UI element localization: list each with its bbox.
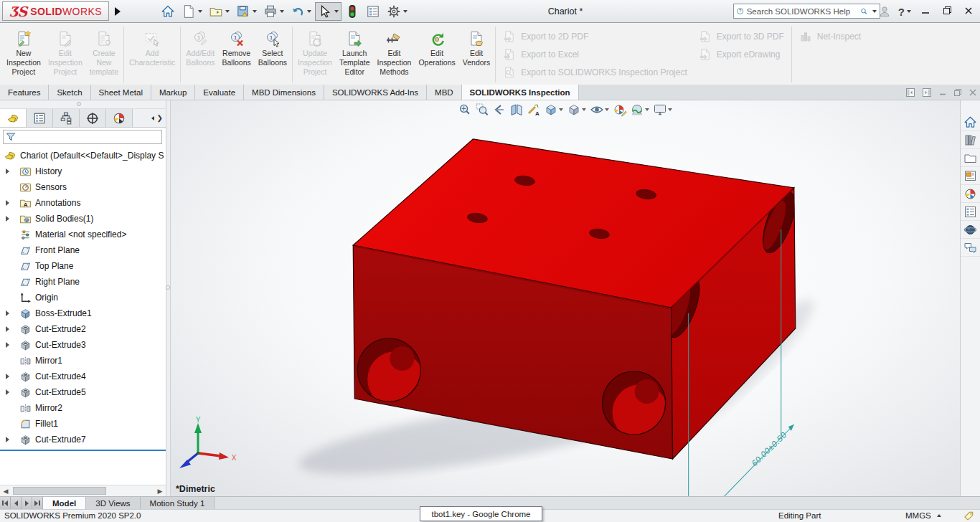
tree-item-cut-extrude7[interactable]: Cut-Extrude7 <box>0 432 166 447</box>
print-button[interactable] <box>260 2 287 21</box>
tree-item-cut-extrude2[interactable]: Cut-Extrude2 <box>0 321 166 337</box>
minimize-button[interactable] <box>918 6 933 17</box>
scroll-left-icon[interactable]: ◀ <box>0 485 11 497</box>
tab-solidworks-inspection[interactable]: SOLIDWORKS Inspection <box>462 85 579 100</box>
select-button[interactable] <box>315 2 341 21</box>
doc-minimize-icon[interactable] <box>938 88 947 97</box>
taskpane-comments-button[interactable] <box>961 239 980 257</box>
tree-item-boss-extrude1[interactable]: Boss-Extrude1 <box>0 305 166 321</box>
expand-arrow-icon[interactable] <box>6 326 9 332</box>
tree-item-annotations[interactable]: AAnnotations <box>0 195 166 211</box>
tree-item-sensors[interactable]: Sensors <box>0 179 166 195</box>
panel-tab-dimxpert-manager[interactable] <box>80 109 106 127</box>
dropdown-caret-icon[interactable] <box>334 10 339 13</box>
select-balloons-button[interactable]: 1Select Balloons <box>255 24 291 85</box>
expand-arrow-icon[interactable] <box>6 200 9 206</box>
collapse-left-pane-icon[interactable] <box>905 87 915 98</box>
dropdown-caret-icon[interactable] <box>645 108 649 111</box>
section-view-button[interactable] <box>509 103 524 117</box>
doctab-3d-views[interactable]: 3D Views <box>86 497 140 509</box>
dynamic-annotation-views-button[interactable]: A <box>527 103 541 117</box>
doc-restore-icon[interactable] <box>953 88 962 97</box>
edit-operations-button[interactable]: Edit Operations <box>415 24 458 85</box>
taskpane-forum-button[interactable] <box>961 221 980 239</box>
view-orientation-button[interactable] <box>544 103 564 117</box>
dropdown-caret-icon[interactable] <box>582 108 586 111</box>
tree-item-solid-bodies-1[interactable]: Solid Bodies(1) <box>0 211 166 227</box>
hide-show-items-button[interactable] <box>590 103 610 117</box>
dropdown-caret-icon[interactable] <box>253 10 257 13</box>
taskpane-appearances-button[interactable] <box>961 185 980 203</box>
tree-filter-input[interactable] <box>18 133 159 141</box>
doc-close-icon[interactable] <box>969 88 977 97</box>
zoom-to-fit-button[interactable] <box>458 103 472 117</box>
rebuild-button[interactable] <box>342 2 362 21</box>
settings-button[interactable] <box>384 2 410 21</box>
expand-arrow-icon[interactable] <box>6 216 9 222</box>
search-dropdown-icon[interactable] <box>872 10 877 13</box>
dropdown-caret-icon[interactable] <box>403 10 407 13</box>
doctab-model[interactable]: Model <box>43 497 86 509</box>
edit-appearance-button[interactable] <box>613 103 627 117</box>
tree-item-right-plane[interactable]: Right Plane <box>0 274 166 290</box>
tree-filter[interactable] <box>3 130 162 144</box>
tree-item-fillet1[interactable]: Fillet1 <box>0 416 166 432</box>
tree-item-front-plane[interactable]: Front Plane <box>0 242 166 258</box>
rollback-bar[interactable] <box>0 450 166 451</box>
tab-markup[interactable]: Markup <box>151 85 195 100</box>
dropdown-caret-icon[interactable] <box>605 108 609 111</box>
taskpane-design-library-button[interactable] <box>961 131 980 149</box>
new-document-button[interactable] <box>179 2 205 21</box>
next-tab-button[interactable] <box>22 497 32 509</box>
tree-item-cut-extrude5[interactable]: Cut-Extrude5 <box>0 384 166 400</box>
expand-arrow-icon[interactable] <box>6 310 9 316</box>
previous-view-button[interactable] <box>492 103 507 117</box>
dropdown-caret-icon[interactable] <box>307 10 311 13</box>
dropdown-caret-icon[interactable] <box>559 108 563 111</box>
new-inspection-project-button[interactable]: New Inspection Project <box>3 24 44 85</box>
close-button[interactable] <box>961 6 976 17</box>
panel-tab-display-manager[interactable] <box>106 109 133 127</box>
menu-flyout-icon[interactable] <box>115 7 121 16</box>
taskpane-custom-properties-button[interactable] <box>961 203 980 221</box>
tree-item-cut-extrude3[interactable]: Cut-Extrude3 <box>0 337 166 353</box>
tree-item-material-not-specified[interactable]: Material <not specified> <box>0 227 166 242</box>
first-tab-button[interactable] <box>0 497 11 509</box>
expand-arrow-icon[interactable] <box>6 437 9 442</box>
open-button[interactable] <box>206 2 232 21</box>
edit-inspection-methods-button[interactable]: Edit Inspection Methods <box>374 24 415 85</box>
home-button[interactable] <box>158 2 178 21</box>
model-part[interactable] <box>353 139 801 459</box>
search-icon[interactable] <box>860 6 867 17</box>
tree-item-history[interactable]: History <box>0 163 166 179</box>
graphics-viewport[interactable]: A <box>171 100 960 496</box>
tree-item-mirror1[interactable]: Mirror1 <box>0 353 166 369</box>
tab-solidworks-add-ins[interactable]: SOLIDWORKS Add-Ins <box>324 85 427 100</box>
tab-sheet-metal[interactable]: Sheet Metal <box>91 85 151 100</box>
tree-horizontal-scrollbar[interactable]: ◀ ▶ <box>0 485 166 496</box>
tree-item-top-plane[interactable]: Top Plane <box>0 258 166 274</box>
tree-item-cut-extrude4[interactable]: Cut-Extrude4 <box>0 369 166 384</box>
edit-vendors-button[interactable]: Edit Vendors <box>459 24 494 85</box>
options-list-button[interactable] <box>363 2 383 21</box>
dropdown-caret-icon[interactable] <box>280 10 284 13</box>
tree-item-mirror2[interactable]: Mirror2 <box>0 400 166 416</box>
panel-tab-feature-manager[interactable] <box>0 109 27 127</box>
apply-scene-button[interactable] <box>630 103 650 117</box>
tab-mbd[interactable]: MBD <box>427 85 462 100</box>
tab-sketch[interactable]: Sketch <box>49 85 90 100</box>
tab-features[interactable]: Features <box>0 85 49 100</box>
restore-button[interactable] <box>940 6 954 17</box>
dropdown-caret-icon[interactable] <box>225 10 230 13</box>
prev-tab-button[interactable] <box>11 497 22 509</box>
doctab-motion-study-1[interactable]: Motion Study 1 <box>141 497 215 509</box>
help-search[interactable]: ? <box>733 4 880 19</box>
remove-balloons-button[interactable]: 1Remove Balloons <box>219 24 255 85</box>
panel-tabs-scroll-left-icon[interactable] <box>151 116 154 120</box>
display-style-button[interactable] <box>567 103 587 117</box>
tree-item-origin[interactable]: Origin <box>0 290 166 305</box>
expand-arrow-icon[interactable] <box>6 169 9 174</box>
scrollbar-thumb[interactable] <box>13 487 106 495</box>
taskpane-home-button[interactable] <box>961 113 980 131</box>
dropdown-caret-icon[interactable] <box>668 108 672 111</box>
